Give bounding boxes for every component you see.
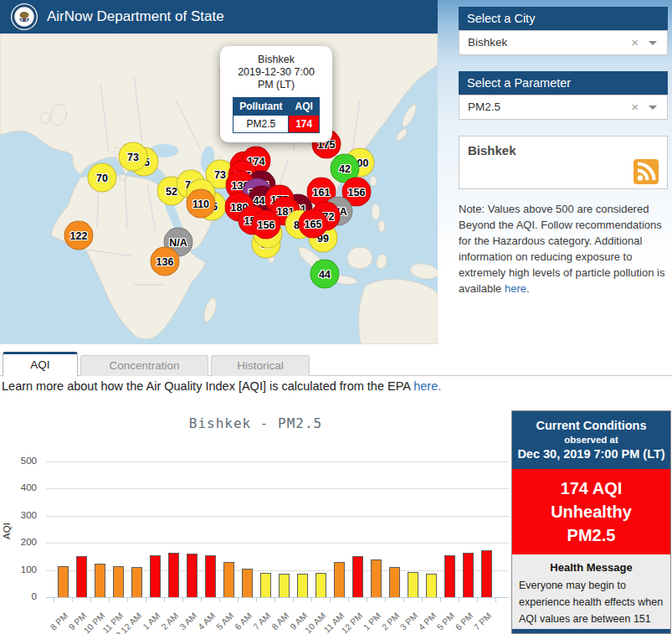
bar-7-pm — [481, 550, 492, 597]
bar-12-pm — [352, 556, 363, 597]
aqi-marker-73[interactable]: 73 — [119, 142, 148, 172]
note-here-link[interactable]: here — [505, 282, 526, 295]
x-tick — [164, 598, 165, 602]
x-tick — [293, 598, 294, 602]
health-message-text: Everyone may begin to experience health … — [512, 577, 670, 634]
aqi-marker-value: 70 — [96, 172, 108, 183]
marker-layer: 7573705271739585110122N/A136175791741666… — [0, 34, 438, 344]
bar-5-am — [223, 562, 234, 597]
state-seal-icon — [10, 3, 38, 31]
aqi-marker-110[interactable]: 110 — [187, 189, 216, 219]
parameter-select[interactable]: PM2.5 × — [459, 95, 668, 120]
city-select[interactable]: Bishkek × — [459, 30, 668, 55]
x-tick — [146, 598, 146, 602]
y-tick-label: 0 — [0, 591, 37, 601]
aqi-marker-70[interactable]: 70 — [88, 163, 117, 193]
x-tick — [109, 598, 110, 602]
y-tick-label: 200 — [0, 537, 37, 547]
popup-city: Bishkek — [225, 54, 327, 66]
cc-datetime: Dec 30, 2019 7:00 PM (LT) — [512, 447, 670, 461]
learn-more: Learn more about how the Air Quality Ind… — [2, 379, 441, 393]
tab-aqi[interactable]: AQI — [3, 352, 78, 377]
bar-8-am — [279, 574, 290, 597]
note-suffix: . — [526, 282, 530, 295]
bar-6-pm — [463, 553, 474, 597]
app-header: AirNow Department of State — [0, 0, 438, 34]
aqi-marker-165[interactable]: 165 — [299, 209, 328, 239]
popup-pollutant-value: PM2.5 — [233, 116, 289, 133]
aqi-marker-value: N/A — [169, 236, 187, 248]
x-tick — [274, 598, 275, 602]
x-tick — [422, 598, 423, 602]
map[interactable]: 7573705271739585110122N/A136175791741666… — [0, 34, 438, 344]
x-tick — [219, 598, 220, 602]
aqi-marker-value: 110 — [192, 198, 209, 209]
chart-section: Bishkek - PM2.5 AQI 5004003002001000 8 P… — [0, 402, 511, 634]
popup-time-suffix: PM (LT) — [225, 79, 327, 91]
chart-title: Bishkek - PM2.5 — [0, 415, 511, 431]
aqi-marker-value: 73 — [127, 151, 139, 162]
clear-icon[interactable]: × — [631, 95, 639, 119]
bar-6-am — [242, 569, 253, 597]
bar-10-am — [315, 573, 326, 597]
y-tick-label: 400 — [0, 482, 37, 492]
aqi-marker-value: 136 — [156, 255, 174, 267]
parameter-panel-label: Select a Parameter — [467, 76, 571, 90]
aqi-marker-122[interactable]: 122 — [64, 221, 94, 250]
x-tick — [90, 598, 91, 602]
x-tick — [238, 598, 239, 602]
tab-historical[interactable]: Historical — [211, 355, 310, 376]
popup-aqi-value: 174 — [289, 116, 319, 133]
aqi-marker-44[interactable]: 44 — [310, 260, 340, 289]
city-panel-label: Select a City — [467, 12, 535, 25]
bar-4-pm — [426, 574, 437, 597]
cc-header: Current Conditions observed at Dec 30, 2… — [512, 411, 670, 469]
bar-10-pm — [95, 564, 105, 597]
chevron-down-icon[interactable] — [649, 106, 657, 110]
x-tick — [403, 598, 404, 602]
x-tick — [256, 598, 257, 602]
x-tick — [201, 598, 202, 602]
x-tick — [385, 598, 386, 602]
bar-11-pm — [113, 566, 124, 597]
x-tick — [127, 598, 128, 602]
city-select-value: Bishkek — [468, 31, 507, 54]
popup-table: Pollutant AQI PM2.5 174 — [233, 97, 320, 133]
x-tick — [367, 598, 367, 602]
x-tick — [54, 598, 54, 602]
parameter-select-value: PM2.5 — [468, 95, 500, 119]
bar-1-am — [150, 555, 161, 597]
current-conditions-panel: Current Conditions observed at Dec 30, 2… — [511, 410, 671, 634]
note-text: Note: Values above 500 are considered Be… — [459, 203, 664, 295]
gridline — [46, 488, 509, 489]
rss-icon[interactable] — [634, 159, 659, 184]
popup-date: 2019-12-30 7:00 — [225, 66, 327, 79]
learn-more-here-link[interactable]: here. — [413, 379, 441, 393]
tab-concentration[interactable]: Concentration — [80, 355, 208, 376]
map-popup: Bishkek 2019-12-30 7:00 PM (LT) Pollutan… — [220, 46, 332, 142]
x-tick — [495, 598, 496, 602]
aqi-marker-value: 156 — [348, 186, 366, 198]
aqi-marker-136[interactable]: 136 — [151, 247, 180, 276]
aqi-marker-156[interactable]: 156 — [252, 210, 281, 240]
aqi-marker-value: 42 — [339, 162, 351, 174]
chevron-down-icon[interactable] — [649, 41, 657, 45]
plot-area: 8 PM9 PM10 PM11 PM19 12 AM1 AM2 AM3 AM4 … — [46, 461, 509, 598]
y-axis-labels: 5004003002001000 — [0, 461, 40, 597]
bar-4-am — [205, 555, 216, 597]
bar-3-am — [187, 554, 197, 597]
tab-bar: AQIConcentrationHistorical — [0, 352, 672, 376]
y-tick-label: 300 — [0, 510, 37, 520]
feed-box: Bishkek — [459, 136, 668, 189]
parameter-panel-header: Select a Parameter — [459, 71, 668, 95]
y-tick-label: 100 — [0, 564, 37, 575]
clear-icon[interactable]: × — [631, 31, 639, 54]
note: Note: Values above 500 are considered Be… — [459, 201, 671, 296]
bar-19-12-am — [131, 567, 142, 597]
aqi-marker-value: 156 — [258, 219, 275, 230]
x-tick — [311, 598, 312, 602]
bar-2-am — [168, 553, 179, 597]
cc-health-block: Health Message Everyone may begin to exp… — [512, 561, 670, 634]
cc-observed-at: observed at — [512, 435, 670, 445]
bar-2-pm — [389, 567, 400, 597]
